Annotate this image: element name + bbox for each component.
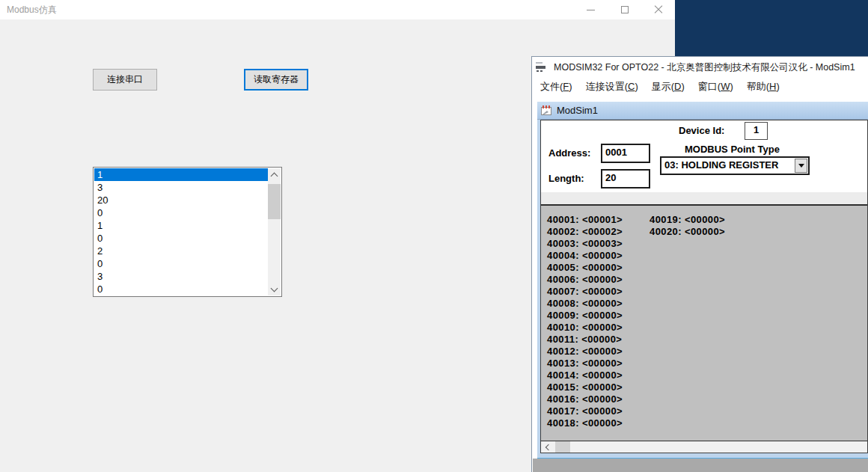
scroll-thumb[interactable]: [268, 184, 281, 219]
window-title: Modbus仿真: [7, 0, 57, 19]
register-row[interactable]: 40016: <00000>: [547, 393, 623, 405]
register-row[interactable]: 40004: <00000>: [547, 250, 623, 262]
child-bottom-edge: [537, 458, 868, 459]
modsim1-child-window: ModSim1 Device Id: 1 Address: 0001 MODBU…: [537, 102, 868, 458]
register-row[interactable]: 40007: <00000>: [547, 286, 623, 298]
register-row[interactable]: 40018: <00000>: [547, 417, 623, 429]
register-row[interactable]: 40002: <00002>: [547, 226, 623, 238]
modsim1-title: ModSim1: [557, 105, 598, 116]
menu-item[interactable]: 帮助(H): [740, 78, 786, 96]
maximize-icon: [621, 6, 629, 13]
register-display: 40001: <00001>40002: <00002>40003: <0000…: [541, 204, 867, 441]
list-item[interactable]: 2: [94, 245, 268, 257]
address-label: Address:: [548, 147, 590, 159]
length-field[interactable]: 20: [601, 169, 650, 189]
device-id-label: Device Id:: [679, 125, 724, 136]
register-column-1: 40001: <00001>40002: <00002>40003: <0000…: [547, 214, 623, 429]
list-item[interactable]: 0: [94, 232, 268, 245]
chevron-left-icon: [545, 444, 551, 450]
point-type-label: MODBUS Point Type: [685, 144, 780, 155]
modsim32-window: MODSIM32 For OPTO22 - 北京奥普图控制技术有限公司汉化 - …: [531, 56, 868, 472]
list-item[interactable]: 3: [94, 270, 268, 283]
form-separator: [541, 192, 867, 204]
register-row[interactable]: 40010: <00000>: [547, 322, 623, 334]
modsim1-titlebar[interactable]: ModSim1: [537, 102, 868, 120]
minimize-button[interactable]: [574, 0, 608, 19]
device-id-field[interactable]: 1: [745, 122, 768, 140]
modsim1-content: Device Id: 1 Address: 0001 MODBUS Point …: [540, 120, 868, 453]
modsim-titlebar[interactable]: MODSIM32 For OPTO22 - 北京奥普图控制技术有限公司汉化 - …: [532, 57, 868, 78]
register-row[interactable]: 40012: <00000>: [547, 346, 623, 358]
desktop: { "colors": { "desktop": "#12365f", "sel…: [0, 0, 868, 472]
register-column-2: 40019: <00000>40020: <00000>: [650, 214, 725, 238]
mdi-workspace: ModSim1 Device Id: 1 Address: 0001 MODBU…: [533, 96, 868, 472]
list-item[interactable]: 3: [94, 181, 268, 194]
point-type-dropdown[interactable]: 03: HOLDING REGISTER: [660, 156, 810, 175]
listbox-scrollbar[interactable]: [268, 168, 281, 295]
register-row[interactable]: 40009: <00000>: [547, 310, 623, 322]
horizontal-scrollbar[interactable]: [541, 441, 867, 453]
list-item[interactable]: 0: [94, 283, 268, 295]
point-type-value: 03: HOLDING REGISTER: [664, 159, 778, 171]
dropdown-button[interactable]: [795, 159, 807, 173]
register-row[interactable]: 40013: <00000>: [547, 358, 623, 370]
list-item[interactable]: 1: [94, 168, 268, 181]
register-row[interactable]: 40001: <00001>: [547, 214, 623, 226]
close-icon: [654, 5, 663, 14]
menu-item[interactable]: 文件(F): [534, 78, 579, 96]
list-item[interactable]: 0: [94, 257, 268, 270]
modsim-menubar: 文件(F)连接设置(C)显示(D)窗口(W)帮助(H): [534, 78, 868, 96]
window-controls: [574, 0, 675, 19]
register-row[interactable]: 40011: <00000>: [547, 334, 623, 346]
register-row[interactable]: 40017: <00000>: [547, 405, 623, 417]
register-row[interactable]: 40019: <00000>: [650, 214, 725, 226]
connect-serial-button[interactable]: 连接串口: [93, 69, 157, 91]
list-item[interactable]: 0: [94, 206, 268, 219]
list-item[interactable]: 1: [94, 219, 268, 232]
list-item[interactable]: 20: [94, 194, 268, 206]
modsim-form: Device Id: 1 Address: 0001 MODBUS Point …: [541, 120, 867, 192]
register-row[interactable]: 40008: <00000>: [547, 298, 623, 310]
register-row[interactable]: 40006: <00000>: [547, 274, 623, 286]
register-row[interactable]: 40015: <00000>: [547, 381, 623, 393]
modsim1-doc-icon: [541, 105, 552, 116]
address-field[interactable]: 0001: [601, 144, 650, 163]
register-row[interactable]: 40014: <00000>: [547, 370, 623, 381]
maximize-button[interactable]: [608, 0, 641, 19]
menu-item[interactable]: 窗口(W): [691, 78, 740, 96]
horizontal-scroll-thumb[interactable]: [555, 441, 570, 453]
scroll-down-button[interactable]: [268, 283, 281, 295]
value-listbox[interactable]: 13200102030: [93, 167, 282, 297]
main-titlebar[interactable]: Modbus仿真: [0, 0, 675, 19]
minimize-icon: [587, 10, 595, 10]
scroll-up-button[interactable]: [268, 168, 281, 181]
register-row[interactable]: 40003: <00003>: [547, 238, 623, 250]
dropdown-arrow-icon: [798, 164, 804, 168]
chevron-up-icon: [271, 172, 278, 180]
register-row[interactable]: 40005: <00000>: [547, 262, 623, 274]
read-registers-button[interactable]: 读取寄存器: [244, 69, 308, 91]
register-row[interactable]: 40020: <00000>: [650, 226, 725, 238]
close-button[interactable]: [641, 0, 675, 19]
length-label: Length:: [548, 173, 584, 184]
listbox-items: 13200102030: [94, 168, 268, 295]
modsim-window-title: MODSIM32 For OPTO22 - 北京奥普图控制技术有限公司汉化 - …: [554, 61, 855, 74]
mdi-background: [533, 459, 868, 472]
menu-item[interactable]: 连接设置(C): [579, 78, 645, 96]
chevron-down-icon: [271, 284, 278, 292]
modsim-app-icon: [535, 61, 548, 73]
scroll-left-button[interactable]: [541, 441, 554, 453]
menu-item[interactable]: 显示(D): [645, 78, 691, 96]
